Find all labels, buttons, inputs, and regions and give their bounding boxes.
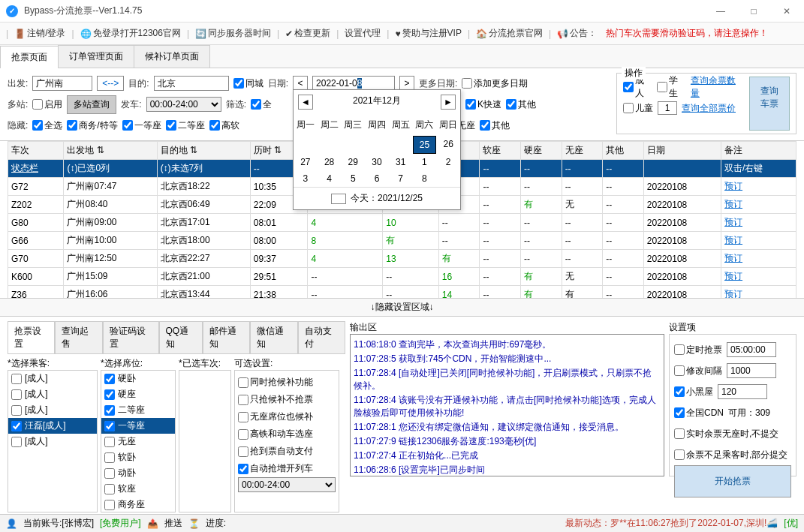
seat-item[interactable]: 二等座 xyxy=(101,402,175,418)
sync-time-button[interactable]: 🔄 同步服务器时间 xyxy=(192,26,274,41)
stab-qq[interactable]: QQ通知 xyxy=(159,321,203,353)
stab-wechat[interactable]: 微信通知 xyxy=(250,321,297,353)
multi-enable-checkbox[interactable] xyxy=(32,99,43,110)
first-checkbox[interactable] xyxy=(122,120,133,131)
maximize-button[interactable]: □ xyxy=(742,6,765,17)
kfast-checkbox[interactable] xyxy=(465,99,476,110)
blackroom-checkbox[interactable] xyxy=(674,386,685,397)
child-checkbox[interactable] xyxy=(623,103,634,113)
cal-next-button[interactable]: ► xyxy=(441,95,456,110)
student-checkbox[interactable] xyxy=(657,82,667,92)
date-next-button[interactable]: > xyxy=(399,76,414,91)
other2-checkbox[interactable] xyxy=(480,120,490,131)
sponsor-button[interactable]: ♥ 赞助与注册VIP xyxy=(392,26,464,41)
timed-input[interactable] xyxy=(727,342,776,357)
passenger-item[interactable]: [成人] xyxy=(8,371,97,386)
seat-item[interactable]: 一等座 xyxy=(101,418,175,434)
stab-presale[interactable]: 查询起售 xyxy=(55,321,102,353)
interval-checkbox[interactable] xyxy=(674,365,685,376)
seat-item[interactable]: 软卧 xyxy=(101,449,175,465)
realtime-checkbox[interactable] xyxy=(674,428,685,439)
col-remark[interactable]: 备注 xyxy=(721,142,796,160)
stab-captcha[interactable]: 验证码设置 xyxy=(103,321,159,353)
seat-item[interactable]: 硬卧 xyxy=(101,371,175,386)
seat-item[interactable]: 商务座 xyxy=(101,497,175,512)
train-row[interactable]: G66广州南10:00北京西18:0008:008有----------2022… xyxy=(8,232,796,250)
opt-autoadd-checkbox[interactable] xyxy=(238,464,248,474)
tab-orders[interactable]: 订单管理页面 xyxy=(58,45,134,68)
tab-waitlist[interactable]: 候补订单页面 xyxy=(134,45,210,68)
col-dep[interactable]: 出发地 ⇅ xyxy=(64,142,157,160)
query-count-link[interactable]: 查询余票数量 xyxy=(691,74,743,100)
passenger-item[interactable]: [成人] xyxy=(8,386,97,402)
col-other[interactable]: 其他 xyxy=(603,142,644,160)
dep-time-select[interactable]: 00:00-24:00 xyxy=(146,97,221,112)
opt-onlywait-checkbox[interactable] xyxy=(238,395,248,405)
to-input[interactable] xyxy=(154,76,229,91)
second-checkbox[interactable] xyxy=(166,120,176,131)
hide-settings-bar[interactable]: ↓隐藏设置区域↓ xyxy=(0,298,804,317)
softhigh-checkbox[interactable] xyxy=(209,120,220,131)
seat-item[interactable]: 动卧 xyxy=(101,465,175,481)
stab-mail[interactable]: 邮件通知 xyxy=(203,321,250,353)
date-input[interactable]: 2022-01-08 xyxy=(312,76,395,91)
train-row[interactable]: K600广州15:09北京西21:0029:51----16--有无--2022… xyxy=(8,268,796,286)
adult-checkbox[interactable] xyxy=(623,82,634,92)
col-arr[interactable]: 目的地 ⇅ xyxy=(157,142,250,160)
train-row[interactable]: Z36广州16:06北京西13:4421:38----14--有有--20220… xyxy=(8,286,796,299)
multi-query-button[interactable]: 多站查询 xyxy=(67,95,116,114)
samecity-checkbox[interactable] xyxy=(233,78,244,89)
logout-button[interactable]: 🚪 注销/登录 xyxy=(11,26,68,41)
query-price-link[interactable]: 查询全部票价 xyxy=(682,102,736,115)
check-update-button[interactable]: ✔ 检查更新 xyxy=(282,26,333,41)
swap-button[interactable]: <--> xyxy=(97,76,124,91)
push-icon[interactable]: 📤 xyxy=(147,518,158,529)
interval-input[interactable] xyxy=(727,363,776,378)
col-hardseat[interactable]: 硬座 xyxy=(521,142,562,160)
cal-day-25[interactable]: 25 xyxy=(413,136,437,154)
opt-waitlist-checkbox[interactable] xyxy=(238,377,248,388)
blackroom-input[interactable] xyxy=(718,384,767,399)
opt-autopay-checkbox[interactable] xyxy=(238,446,248,457)
filter-all-checkbox[interactable] xyxy=(251,99,261,110)
announce-label: 📢 公告： xyxy=(554,26,600,41)
proxy-button[interactable]: 设置代理 xyxy=(342,26,384,41)
child-count-input[interactable] xyxy=(658,101,677,115)
seat-item[interactable]: 硬座 xyxy=(101,386,175,402)
window-title: Bypass-分流抢票--Ver1.14.75 xyxy=(24,5,709,17)
cal-prev-button[interactable]: ◄ xyxy=(298,95,313,110)
col-train[interactable]: 车次 xyxy=(8,142,64,160)
site-button[interactable]: 🏠 分流抢票官网 xyxy=(473,26,546,41)
passenger-item[interactable]: [成人] xyxy=(8,402,97,418)
stab-autopay[interactable]: 自动支付 xyxy=(298,321,345,353)
other-checkbox[interactable] xyxy=(506,99,516,110)
hide-all-checkbox[interactable] xyxy=(32,120,43,131)
passenger-item[interactable]: 汪磊[成人] xyxy=(8,418,97,434)
minimize-button[interactable]: — xyxy=(709,6,732,17)
query-button[interactable]: 查询 车票 xyxy=(749,77,790,131)
col-noseat[interactable]: 无座 xyxy=(562,142,603,160)
cal-today-button[interactable]: 今天：2021/12/25 xyxy=(351,192,423,205)
cdn-checkbox[interactable] xyxy=(674,407,685,418)
seat-item[interactable]: 软座 xyxy=(101,481,175,497)
open-12306-button[interactable]: 🌐 免登录打开12306官网 xyxy=(77,26,184,41)
opt-noseatwait-checkbox[interactable] xyxy=(238,412,248,422)
more-date-checkbox[interactable] xyxy=(462,78,472,89)
biz-checkbox[interactable] xyxy=(67,120,77,131)
col-date[interactable]: 日期 xyxy=(643,142,721,160)
close-button[interactable]: ✕ xyxy=(775,6,798,17)
train-row[interactable]: G80广州南09:00北京西17:0108:01410----------202… xyxy=(8,214,796,232)
stab-grab[interactable]: 抢票设置 xyxy=(8,321,55,353)
timed-checkbox[interactable] xyxy=(674,344,685,355)
train-row[interactable]: G70广州南12:50北京西22:2709:37413有--------2022… xyxy=(8,250,796,268)
tab-grab[interactable]: 抢票页面 xyxy=(0,46,59,68)
passenger-item[interactable]: [成人] xyxy=(8,434,97,449)
opt-seatsel-checkbox[interactable] xyxy=(238,429,248,440)
seat-item[interactable]: 无座 xyxy=(101,434,175,449)
start-grab-button[interactable]: 开始抢票 xyxy=(674,465,791,497)
col-softseat[interactable]: 软座 xyxy=(480,142,521,160)
insuf-checkbox[interactable] xyxy=(674,449,685,460)
from-input[interactable] xyxy=(32,76,92,91)
date-prev-button[interactable]: < xyxy=(293,76,308,91)
opt-time-select[interactable]: 00:00-24:00 xyxy=(238,477,336,492)
